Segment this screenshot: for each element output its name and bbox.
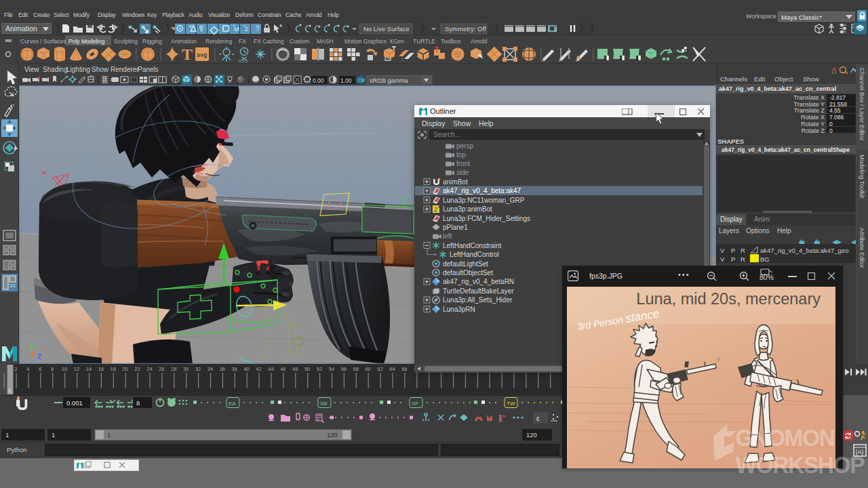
svg-text:52: 52 (317, 366, 322, 372)
svg-text:54: 54 (329, 366, 334, 372)
svg-text:0.001: 0.001 (66, 399, 83, 407)
svg-text:34: 34 (208, 366, 213, 372)
svg-text:SF: SF (412, 401, 418, 407)
svg-text:0.00: 0.00 (313, 77, 324, 84)
svg-text:32: 32 (195, 366, 201, 372)
svg-text:CM: CM (358, 78, 365, 83)
svg-text:No Live Surface: No Live Surface (363, 25, 410, 33)
svg-text:8: 8 (51, 366, 54, 372)
svg-text:Y: Y (29, 344, 34, 352)
svg-text:svg: svg (197, 52, 208, 58)
svg-text:1: 1 (8, 388, 12, 394)
svg-text:T: T (182, 45, 193, 63)
svg-text:38: 38 (232, 366, 237, 372)
svg-text:defaultLightSet: defaultLightSet (443, 260, 488, 268)
svg-text:Luna3pRN: Luna3pRN (443, 306, 475, 313)
svg-text:20: 20 (122, 366, 127, 372)
svg-text:46: 46 (280, 366, 285, 372)
svg-text:SB: SB (320, 401, 328, 407)
svg-text:pPlane1: pPlane1 (443, 224, 468, 231)
svg-text:EA: EA (229, 401, 236, 407)
svg-text:48: 48 (292, 366, 298, 372)
svg-text:WORKSHOP: WORKSHOP (736, 451, 865, 478)
svg-text:24: 24 (146, 366, 152, 372)
svg-text:Symmetry: Off: Symmetry: Off (445, 25, 486, 33)
svg-text:14: 14 (86, 366, 92, 372)
svg-text:Luna3p:FCM_Hider_Settings: Luna3p:FCM_Hider_Settings (443, 215, 530, 222)
svg-text:defaultObjectSet: defaultObjectSet (443, 269, 493, 277)
svg-text:36: 36 (220, 366, 225, 372)
svg-text:ak47_rig_v0_4_beta:ak47: ak47_rig_v0_4_beta:ak47 (443, 187, 521, 195)
svg-text:8: 8 (136, 399, 140, 407)
svg-text:LeftHandConstraint: LeftHandConstraint (443, 242, 501, 249)
svg-text:44: 44 (268, 366, 273, 372)
svg-text:2: 2 (245, 26, 248, 33)
svg-text:?: ? (256, 25, 260, 33)
svg-text:40: 40 (243, 366, 249, 372)
svg-text:26: 26 (159, 366, 164, 372)
svg-text:ε: ε (536, 414, 540, 422)
svg-text:Luna3p:NC11woman_GRP: Luna3p:NC11woman_GRP (443, 197, 525, 204)
svg-text:GNOMON: GNOMON (736, 424, 835, 451)
svg-text:6: 6 (39, 366, 41, 372)
svg-text:10: 10 (62, 366, 67, 372)
svg-text:TW: TW (507, 401, 515, 407)
svg-text:left: left (443, 232, 452, 240)
svg-text:top: top (456, 151, 466, 159)
svg-text:TurtleDefaultBakeLayer: TurtleDefaultBakeLayer (443, 287, 514, 295)
svg-text:front: front (456, 160, 470, 167)
svg-text:persp: persp (456, 142, 473, 150)
svg-text:66: 66 (401, 366, 407, 372)
svg-text:4: 4 (26, 366, 29, 372)
svg-text:ak47_rig_v0_4_betaRN: ak47_rig_v0_4_betaRN (443, 278, 514, 285)
svg-text:2: 2 (14, 366, 17, 372)
svg-text:22: 22 (134, 366, 140, 372)
svg-text:42: 42 (256, 366, 261, 372)
svg-text:sRGB gamma: sRGB gamma (370, 77, 408, 84)
svg-text:18: 18 (111, 366, 116, 372)
svg-text:animBot: animBot (443, 178, 468, 186)
svg-text:16: 16 (98, 366, 104, 372)
svg-text:side: side (456, 169, 469, 176)
svg-text:12: 12 (74, 366, 79, 372)
svg-text:56: 56 (341, 366, 347, 372)
svg-text:0,0,0: 0,0,0 (239, 59, 248, 63)
svg-text:Luna3p:animBot: Luna3p:animBot (443, 205, 492, 213)
svg-text:Luna3p:All_Sets_Hider: Luna3p:All_Sets_Hider (443, 296, 513, 304)
svg-text:64: 64 (389, 366, 395, 372)
svg-text:Luna, mid 20s, mercenary: Luna, mid 20s, mercenary (636, 290, 821, 308)
svg-text:58: 58 (353, 366, 359, 372)
svg-text:30: 30 (183, 366, 189, 372)
svg-text:62: 62 (377, 366, 382, 372)
svg-text:1.00: 1.00 (340, 77, 352, 84)
svg-text:60: 60 (365, 366, 370, 372)
svg-text:50: 50 (304, 366, 310, 372)
svg-text:M: M (234, 26, 239, 33)
svg-text:28: 28 (171, 366, 176, 372)
svg-text:2: 2 (434, 206, 437, 213)
svg-text:LeftHandControl: LeftHandControl (450, 251, 499, 258)
